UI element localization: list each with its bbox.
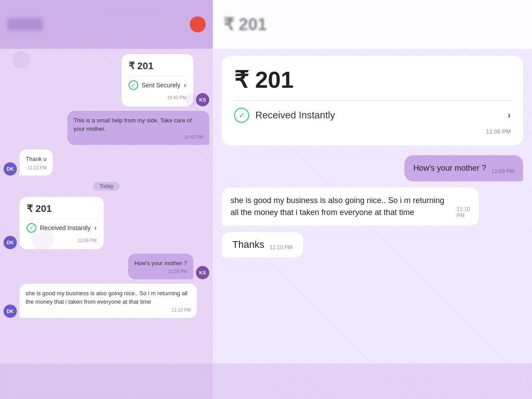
right-header: ₹ 201: [213, 0, 532, 49]
payment-received-time: 11:06 PM: [27, 238, 97, 243]
right-payment-time: 11:06 PM: [234, 128, 511, 135]
right-chat-panel: ₹ 201 ₹ 201 ✓ Received Instantly › 11:06…: [213, 0, 532, 399]
right-bubble-received-1: she is good my business is also going ni…: [222, 188, 479, 226]
msg-time-4: 11:10 PM: [26, 308, 191, 313]
chevron-right-icon[interactable]: ›: [184, 81, 186, 89]
left-chat-panel: ₹ 201 ✓ Sent Securely › 10:40 PM KS This…: [0, 0, 213, 399]
right-bubble-sent-1: How's your mother ? 11:09 PM: [404, 155, 523, 181]
payment-sent-amount: ₹ 201: [129, 60, 187, 72]
date-divider: Today: [4, 182, 209, 191]
msg-time-1: 10:40 PM: [74, 135, 203, 140]
left-chat-area: ₹ 201 ✓ Sent Securely › 10:40 PM KS This…: [0, 49, 213, 364]
payment-received-amount: ₹ 201: [27, 203, 97, 215]
payment-sent-time: 10:40 PM: [129, 95, 187, 100]
bubble-sent-2: How's your mother ? 11:09 PM: [128, 254, 193, 279]
bubble-received-2: she is good my business is also going ni…: [20, 284, 197, 318]
thanks-time: 11:10 PM: [270, 244, 292, 250]
msg-time-3: 11:09 PM: [134, 269, 187, 274]
check-icon-received: ✓: [27, 223, 36, 233]
right-header-amount: ₹ 201: [223, 15, 267, 34]
msg-text-4: she is good my business is also going ni…: [26, 290, 188, 305]
right-payment-status-row: ✓ Received Instantly ›: [234, 108, 511, 126]
msg-text-2: Thank u: [26, 156, 47, 162]
right-bottom-blur: [213, 364, 532, 399]
text-sent-row-1: This is a small help from my side. Take …: [4, 111, 209, 145]
payment-received-card: ₹ 201 ✓ Received Instantly › 11:06 PM: [20, 197, 104, 249]
left-header: [0, 0, 213, 49]
thanks-text: Thanks: [232, 239, 264, 250]
bubble-received-1: Thank u 11:22 PM: [20, 149, 53, 175]
bubble-sent-1: This is a small help from my side. Take …: [67, 111, 209, 145]
thanks-bubble: Thanks 11:10 PM: [222, 232, 303, 258]
right-msg-row-2: she is good my business is also going ni…: [231, 195, 470, 219]
left-header-avatar: [190, 16, 206, 32]
payment-sent-status: Sent Securely: [142, 82, 180, 89]
right-payment-status: Received Instantly: [255, 110, 501, 121]
payment-received-row: DK ₹ 201 ✓ Received Instantly › 11:06 PM: [4, 197, 209, 249]
payment-received-status-row: ✓ Received Instantly ›: [27, 219, 97, 236]
right-msg-time-1: 11:09 PM: [492, 168, 514, 174]
left-header-amount-blur: [7, 18, 43, 31]
payment-sent-row: ₹ 201 ✓ Sent Securely › 10:40 PM KS: [4, 54, 209, 106]
right-msg-text-1: How's your mother ?: [413, 162, 486, 174]
avatar-ks: KS: [196, 93, 209, 106]
msg-text-3: How's your mother ?: [134, 260, 187, 266]
avatar-ks-2: KS: [196, 266, 209, 279]
right-check-icon: ✓: [234, 108, 249, 123]
right-chevron-icon[interactable]: ›: [508, 110, 511, 121]
right-msg-row-1: How's your mother ? 11:09 PM: [413, 162, 514, 174]
avatar-dk-1: DK: [4, 162, 17, 176]
msg-time-2: 11:22 PM: [26, 165, 47, 170]
thanks-row: Thanks 11:10 PM: [232, 239, 293, 250]
text-received-row-1: DK Thank u 11:22 PM: [4, 149, 209, 175]
chevron-right-received-icon[interactable]: ›: [94, 224, 96, 232]
avatar-dk-3: DK: [4, 305, 17, 318]
right-payment-card: ₹ 201 ✓ Received Instantly › 11:06 PM: [222, 56, 523, 145]
msg-text-1: This is a small help from my side. Take …: [74, 117, 192, 132]
left-bottom-blur: [0, 364, 213, 399]
right-payment-amount: ₹ 201: [234, 66, 511, 93]
payment-sent-card: ₹ 201 ✓ Sent Securely › 10:40 PM: [121, 54, 194, 106]
text-received-row-2: DK she is good my business is also going…: [4, 284, 209, 318]
payment-received-status: Received Instantly: [40, 224, 90, 231]
date-badge: Today: [93, 182, 120, 191]
right-msg-time-2: 11:10 PM: [457, 206, 470, 219]
check-icon: ✓: [129, 80, 138, 90]
right-chat-area: ₹ 201 ✓ Received Instantly › 11:06 PM Ho…: [213, 49, 532, 364]
payment-sent-status-row: ✓ Sent Securely ›: [129, 76, 187, 94]
text-sent-row-2: How's your mother ? 11:09 PM KS: [4, 254, 209, 279]
right-msg-text-2: she is good my business is also going ni…: [231, 195, 451, 219]
avatar-dk-2: DK: [4, 236, 17, 249]
right-payment-divider: [234, 100, 511, 101]
